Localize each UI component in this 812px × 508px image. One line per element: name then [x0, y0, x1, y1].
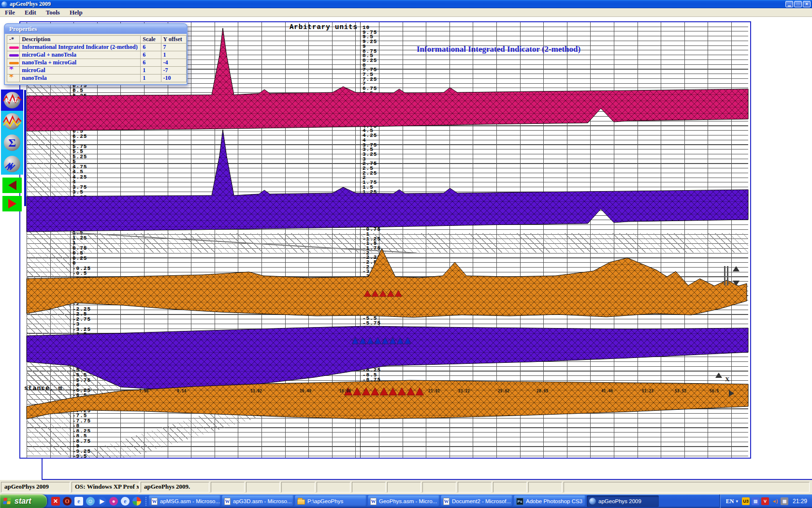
quick-launch-internet-explorer[interactable]: e	[121, 497, 130, 506]
menu-item-edit[interactable]: Edit	[20, 9, 41, 16]
properties-header-row: -*DescriptionScaleY offset	[7, 36, 187, 44]
legend-description: microGal + nanoTesla	[20, 51, 141, 59]
word-icon: W	[224, 498, 231, 505]
properties-panel-titlebar[interactable]: Properties	[5, 24, 187, 34]
word-icon: W	[370, 498, 377, 505]
task-button-apgeophys-2009[interactable]: apGeoPhys 2009	[587, 495, 659, 507]
word-icon: W	[443, 498, 450, 505]
status-panel-empty	[528, 482, 562, 493]
window-restore-button[interactable]: □	[794, 1, 802, 7]
toolbar-button-seismic-waveforms[interactable]	[1, 111, 23, 132]
properties-panel[interactable]: Properties -*DescriptionScaleY offset In…	[4, 23, 188, 85]
window-minimize-button[interactable]: ▁	[785, 1, 793, 7]
status-panel: apGeoPhys 2009.	[141, 482, 209, 493]
legend-marker-cell	[7, 51, 20, 59]
tray-icon-device[interactable]: ▦	[781, 497, 788, 505]
quick-launch-media-player[interactable]: ▶	[98, 497, 106, 506]
legend-asterisk-icon: *	[9, 75, 14, 82]
task-label: apGeoPhys 2009	[598, 498, 641, 504]
task-buttons: WapMSG.asm - Microso...WapG3D.asm - Micr…	[148, 495, 659, 507]
toolbar-button-analysis-kae[interactable]: KAE	[1, 90, 23, 111]
properties-row[interactable]: *nanoTesla1-10	[7, 75, 187, 82]
task-label: apMSG.asm - Microso...	[160, 498, 220, 504]
status-panel-empty	[211, 482, 245, 493]
legend-y-offset: 1	[161, 51, 186, 59]
step-forward-icon	[8, 199, 16, 209]
language-caret-icon[interactable]: ▾	[736, 499, 738, 504]
legend-description: nanoTesla	[20, 75, 141, 82]
quick-launch-messenger[interactable]: ☺	[86, 497, 95, 506]
word-glyph: W	[443, 498, 450, 505]
legend-marker-cell	[7, 44, 20, 51]
word-icon: W	[151, 498, 158, 505]
toolbar-button-step-forward[interactable]	[2, 196, 22, 211]
language-indicator[interactable]: EN	[726, 498, 734, 505]
tray-clock: 21:29	[793, 498, 807, 505]
system-tray: EN ▾ U3▤V◄)▦ 21:29	[719, 494, 812, 508]
task-label: GeoPhys.asm - Micro...	[379, 498, 437, 504]
status-panel-empty	[352, 482, 386, 493]
task-button-apmsg-asm-microso-[interactable]: WapMSG.asm - Microso...	[149, 495, 221, 507]
status-panel-empty	[246, 482, 280, 493]
folder-icon	[297, 498, 305, 505]
quick-launch-pink-app[interactable]: ●	[109, 497, 118, 506]
start-button[interactable]: start	[0, 494, 47, 508]
task-label: Document2 - Microsof...	[452, 498, 511, 504]
legend-description: microGal	[20, 67, 141, 75]
status-panel: apGeoPhys 2009	[1, 482, 70, 493]
tray-icon-volume[interactable]: ◄)	[771, 497, 779, 505]
tray-icons: U3▤V◄)▦	[742, 497, 788, 505]
toolbar-button-vector-field[interactable]	[1, 153, 23, 175]
window-close-button[interactable]: ✕	[803, 1, 811, 7]
word-glyph: W	[224, 498, 231, 505]
tray-icon-display[interactable]: ▤	[752, 497, 759, 505]
legend-y-offset: -4	[161, 59, 186, 67]
legend-y-offset: 7	[161, 44, 186, 51]
properties-row[interactable]: nanoTesla + microGal6-4	[7, 59, 187, 67]
properties-col-3: Y offset	[161, 36, 186, 44]
tray-icon-u3[interactable]: U3	[742, 497, 750, 505]
quick-launch-close-red[interactable]: ✕	[51, 497, 60, 506]
globe-icon	[589, 498, 596, 505]
properties-row[interactable]: Informational Integrated Indicator (2-me…	[7, 44, 187, 51]
properties-row[interactable]: *microGal1-7	[7, 67, 187, 75]
toolbar-edge	[24, 90, 26, 206]
analysis-kae-label: KAE	[6, 97, 18, 104]
window-titlebar[interactable]: apGeoPhys 2009 ▁□✕	[0, 0, 812, 8]
menu-item-help[interactable]: Help	[65, 9, 87, 16]
step-back-icon	[8, 180, 16, 190]
task-label: P:\apGeoPhys	[307, 498, 343, 504]
toolbar-button-summation[interactable]: Σ	[1, 132, 23, 153]
task-button-geophys-asm-micro-[interactable]: WGeoPhys.asm - Micro...	[368, 495, 440, 507]
quick-launch-browser-sphere[interactable]	[132, 497, 141, 506]
properties-row[interactable]: microGal + nanoTesla61	[7, 51, 187, 59]
taskbar: start ✕Oe☺▶●e WapMSG.asm - Microso...Wap…	[0, 494, 812, 508]
properties-table: -*DescriptionScaleY offset Informational…	[7, 35, 187, 82]
properties-col-2: Scale	[141, 36, 161, 44]
legend-dash-icon	[9, 54, 19, 57]
status-panel-empty	[281, 482, 315, 493]
menu-bar: FileEditToolsHelp	[0, 8, 812, 17]
status-panel-empty	[422, 482, 456, 493]
legend-dash-icon	[9, 46, 19, 49]
menu-item-tools[interactable]: Tools	[41, 9, 65, 16]
legend-marker-cell: *	[7, 75, 20, 82]
task-button-apg3d-asm-microso-[interactable]: WapG3D.asm - Microso...	[222, 495, 294, 507]
folder-glyph	[297, 499, 305, 505]
task-button-document2-microsof-[interactable]: WDocument2 - Microsof...	[441, 495, 513, 507]
task-label: apG3D.asm - Microso...	[233, 498, 291, 504]
legend-y-offset: -7	[161, 67, 186, 75]
quick-launch-opera[interactable]: O	[63, 497, 72, 506]
word-glyph: W	[151, 498, 158, 505]
quick-launch-outlook-express[interactable]: e	[74, 497, 83, 506]
toolbar-button-step-back[interactable]	[2, 178, 22, 193]
task-label: Adobe Photoshop CS3	[526, 498, 582, 504]
properties-col-1: Description	[20, 36, 141, 44]
legend-scale: 6	[141, 59, 161, 67]
menu-item-file[interactable]: File	[0, 9, 20, 16]
task-button-p-apgeophys[interactable]: P:\apGeoPhys	[295, 495, 367, 507]
legend-asterisk-icon: *	[9, 67, 14, 75]
task-button-adobe-photoshop-cs3[interactable]: PsAdobe Photoshop CS3	[514, 495, 586, 507]
tray-icon-antivirus[interactable]: V	[761, 497, 769, 505]
app-globe-icon	[1, 1, 7, 7]
